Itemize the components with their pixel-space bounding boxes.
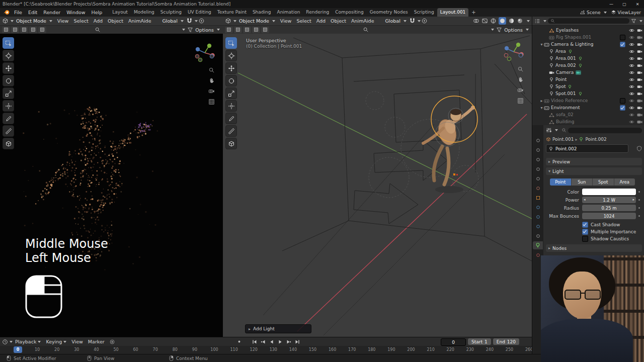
eye-icon[interactable]: [629, 77, 634, 82]
filter-icon[interactable]: [187, 27, 193, 33]
outliner-row-area-002[interactable]: Area.002: [532, 62, 644, 69]
close-button[interactable]: ✕: [631, 0, 644, 8]
timeline-menu-marker[interactable]: Marker: [86, 339, 107, 344]
eye-icon[interactable]: [629, 119, 634, 125]
toggle-multiple-importance[interactable]: Multiple Importance: [582, 228, 642, 235]
camera-view-icon[interactable]: [208, 88, 215, 95]
collection-checkbox[interactable]: [620, 42, 625, 47]
toggle-shadow-caustics[interactable]: Shadow Caustics: [582, 235, 642, 242]
animate-decorator-icon[interactable]: [636, 199, 642, 201]
workspace-tab-modeling[interactable]: Modeling: [131, 8, 157, 17]
tool-annotate[interactable]: [225, 113, 237, 124]
navigation-gizmo[interactable]: [194, 42, 216, 65]
cam-small-icon[interactable]: [637, 35, 642, 40]
add-workspace-button[interactable]: +: [468, 10, 478, 15]
shading-solid-icon[interactable]: [499, 17, 506, 25]
timeline-ruler[interactable]: 0 01020304050607080901001101201301401501…: [0, 346, 532, 354]
eye-icon[interactable]: [629, 49, 634, 54]
tool-select-box[interactable]: [225, 37, 237, 49]
workspace-tab-scripting[interactable]: Scripting: [411, 8, 437, 17]
light-type-spot[interactable]: Spot: [593, 178, 614, 186]
breadcrumb-object[interactable]: Point.001: [552, 137, 574, 142]
tool-add-cube[interactable]: [3, 138, 14, 149]
outliner-row-spot[interactable]: Spot: [532, 83, 644, 90]
filter-dropdown-icon[interactable]: [182, 29, 185, 31]
workspace-tab-compositing[interactable]: Compositing: [332, 8, 366, 17]
properties-tab-scene[interactable]: [533, 174, 543, 183]
outliner-row-point[interactable]: Point: [532, 76, 644, 83]
scene-selector[interactable]: Scene: [580, 10, 606, 15]
jump-start-button[interactable]: [251, 338, 258, 345]
checkbox[interactable]: [582, 236, 588, 242]
viewport-menu-animaide[interactable]: AnimAide: [349, 18, 376, 24]
properties-editor-icon[interactable]: [546, 127, 552, 133]
jump-end-button[interactable]: [293, 338, 301, 345]
max-bounces-field[interactable]: 1024: [582, 213, 636, 219]
filter-icon[interactable]: [496, 27, 502, 33]
collection-checkbox[interactable]: [620, 35, 625, 40]
properties-tab-physics[interactable]: [533, 222, 543, 230]
auto-keying-icon[interactable]: [109, 339, 115, 345]
mode-dropdown[interactable]: Object Mode: [237, 18, 277, 24]
maximize-button[interactable]: ▢: [618, 0, 631, 8]
tool-transform[interactable]: [3, 100, 14, 112]
gizmo-toggle-icon[interactable]: [29, 27, 37, 33]
cam-small-icon[interactable]: [637, 42, 642, 47]
light-type-area[interactable]: Area: [614, 178, 635, 186]
animate-decorator-icon[interactable]: [636, 191, 642, 193]
cam-small-icon[interactable]: [637, 70, 642, 75]
eye-icon[interactable]: [629, 70, 634, 75]
frame-start-field[interactable]: Start1: [468, 338, 491, 345]
orientation-dropdown[interactable]: Global: [160, 18, 186, 24]
timeline-menu-view[interactable]: View: [69, 339, 86, 344]
magnifier-icon[interactable]: [208, 67, 215, 73]
properties-tab-tool[interactable]: [533, 136, 543, 144]
viewlayer-selector[interactable]: ViewLayer: [611, 10, 641, 15]
collection-checkbox[interactable]: [620, 98, 625, 104]
outliner-row-spot-001[interactable]: Spot.001: [532, 90, 644, 97]
snap-magnet-icon[interactable]: [409, 18, 416, 24]
animate-decorator-icon[interactable]: [636, 215, 642, 217]
options-dropdown[interactable]: Options: [504, 27, 530, 33]
eye-icon[interactable]: [629, 84, 634, 89]
play-reverse-button[interactable]: [268, 338, 275, 345]
cam-small-icon[interactable]: [637, 77, 642, 82]
workspace-tab-sculpting[interactable]: Sculpting: [157, 8, 185, 17]
workspace-tab-geometry-nodes[interactable]: Geometry Nodes: [367, 8, 411, 17]
properties-tab-object[interactable]: [533, 194, 543, 202]
viewport-menu-animaide[interactable]: AnimAide: [126, 18, 153, 24]
editor-type-icon[interactable]: [2, 18, 9, 24]
checkbox[interactable]: [582, 229, 588, 235]
light-type-sun[interactable]: Sun: [572, 178, 593, 186]
tool-select-box[interactable]: [3, 37, 14, 49]
keying-dot-icon[interactable]: [237, 339, 242, 344]
orientation-dropdown[interactable]: Global: [383, 18, 409, 24]
filter-icon[interactable]: [631, 18, 636, 24]
workspace-tab-animation[interactable]: Animation: [274, 8, 303, 17]
magnifier-icon[interactable]: [517, 66, 524, 72]
outliner-row-environment[interactable]: ▾ Environment: [532, 104, 644, 111]
properties-tab-view-layer[interactable]: [533, 165, 543, 173]
viewport-menu-select[interactable]: Select: [71, 18, 91, 24]
hand-icon[interactable]: [208, 77, 215, 84]
properties-tab-object-data[interactable]: [533, 241, 543, 249]
tool-add-cube[interactable]: [225, 138, 237, 149]
cam-small-icon[interactable]: [637, 105, 642, 111]
magnifier-icon[interactable]: [363, 27, 369, 33]
viewport-menu-add[interactable]: Add: [314, 18, 328, 24]
editor-type-icon[interactable]: [225, 18, 231, 24]
xray-icon[interactable]: [481, 18, 488, 24]
disclosure-icon[interactable]: ▾: [539, 106, 544, 110]
shading-material-icon[interactable]: [508, 18, 515, 24]
proportional-edit-icon[interactable]: [198, 18, 205, 24]
menu-file[interactable]: File: [11, 10, 25, 15]
collection-checkbox[interactable]: [620, 105, 625, 111]
overlays-icon[interactable]: [473, 18, 479, 24]
outliner-row-area[interactable]: Area: [532, 48, 644, 55]
outliner-row-camera[interactable]: Camera: [532, 69, 644, 76]
light-type-point[interactable]: Point: [550, 178, 572, 186]
cam-small-icon[interactable]: [637, 112, 642, 118]
eye-icon[interactable]: [629, 112, 634, 118]
toggle-cast-shadow[interactable]: Cast Shadow: [582, 221, 642, 228]
menu-render[interactable]: Render: [40, 10, 63, 15]
